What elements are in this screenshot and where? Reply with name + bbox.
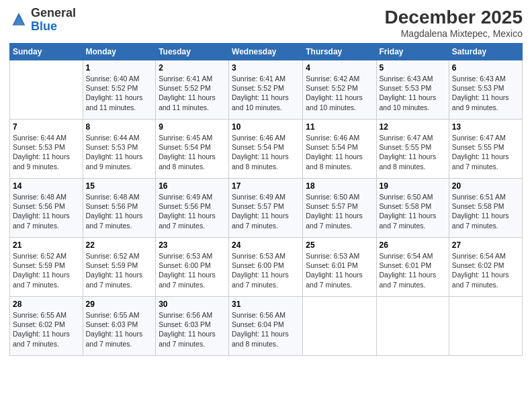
calendar-cell: 4Sunrise: 6:42 AMSunset: 5:52 PMDaylight… — [303, 60, 376, 120]
day-number: 30 — [159, 300, 226, 309]
day-info: Sunrise: 6:50 AMSunset: 5:57 PMDaylight:… — [306, 192, 373, 230]
day-number: 25 — [306, 240, 373, 250]
day-number: 14 — [13, 181, 80, 191]
calendar-cell: 28Sunrise: 6:55 AMSunset: 6:02 PMDayligh… — [10, 297, 83, 356]
day-number: 3 — [232, 63, 300, 73]
day-info: Sunrise: 6:55 AMSunset: 6:03 PMDaylight:… — [86, 310, 153, 349]
day-number: 17 — [232, 181, 300, 191]
day-info: Sunrise: 6:54 AMSunset: 6:02 PMDaylight:… — [452, 251, 519, 289]
calendar-cell: 18Sunrise: 6:50 AMSunset: 5:57 PMDayligh… — [303, 179, 376, 238]
day-info: Sunrise: 6:51 AMSunset: 5:58 PMDaylight:… — [452, 192, 519, 230]
day-number: 12 — [380, 122, 446, 132]
calendar-cell: 5Sunrise: 6:43 AMSunset: 5:53 PMDaylight… — [376, 60, 449, 120]
calendar-cell: 7Sunrise: 6:44 AMSunset: 5:53 PMDaylight… — [10, 120, 83, 179]
day-number: 22 — [86, 240, 153, 250]
weekday-header-tuesday: Tuesday — [156, 44, 229, 60]
calendar-cell: 19Sunrise: 6:50 AMSunset: 5:58 PMDayligh… — [376, 179, 449, 238]
day-number: 18 — [306, 181, 373, 191]
day-number: 6 — [452, 63, 519, 73]
day-info: Sunrise: 6:42 AMSunset: 5:52 PMDaylight:… — [306, 74, 373, 112]
day-number: 15 — [86, 181, 153, 191]
calendar-cell: 3Sunrise: 6:41 AMSunset: 5:52 PMDaylight… — [229, 60, 303, 120]
day-number: 16 — [159, 181, 226, 191]
day-number: 31 — [232, 300, 300, 309]
day-number: 26 — [380, 240, 446, 250]
weekday-header-saturday: Saturday — [449, 44, 522, 60]
day-info: Sunrise: 6:43 AMSunset: 5:53 PMDaylight:… — [380, 74, 446, 112]
calendar-cell: 23Sunrise: 6:53 AMSunset: 6:00 PMDayligh… — [156, 238, 229, 297]
day-info: Sunrise: 6:56 AMSunset: 6:04 PMDaylight:… — [232, 310, 300, 349]
calendar-cell: 15Sunrise: 6:48 AMSunset: 5:56 PMDayligh… — [83, 179, 156, 238]
day-info: Sunrise: 6:48 AMSunset: 5:56 PMDaylight:… — [13, 192, 80, 230]
calendar-cell: 30Sunrise: 6:56 AMSunset: 6:03 PMDayligh… — [156, 297, 229, 356]
day-info: Sunrise: 6:52 AMSunset: 5:59 PMDaylight:… — [86, 251, 153, 289]
calendar-cell: 14Sunrise: 6:48 AMSunset: 5:56 PMDayligh… — [10, 179, 83, 238]
logo-general: General — [31, 6, 76, 19]
day-info: Sunrise: 6:47 AMSunset: 5:55 PMDaylight:… — [452, 133, 519, 171]
calendar-cell: 26Sunrise: 6:54 AMSunset: 6:01 PMDayligh… — [376, 238, 449, 297]
day-number: 10 — [232, 122, 300, 132]
day-number: 21 — [13, 240, 80, 250]
calendar-cell: 9Sunrise: 6:45 AMSunset: 5:54 PMDaylight… — [156, 120, 229, 179]
weekday-header-monday: Monday — [83, 44, 156, 60]
day-info: Sunrise: 6:48 AMSunset: 5:56 PMDaylight:… — [86, 192, 153, 230]
day-info: Sunrise: 6:46 AMSunset: 5:54 PMDaylight:… — [232, 133, 300, 171]
calendar-cell: 6Sunrise: 6:43 AMSunset: 5:53 PMDaylight… — [449, 60, 522, 120]
calendar-cell — [449, 297, 522, 356]
calendar-cell: 21Sunrise: 6:52 AMSunset: 5:59 PMDayligh… — [10, 238, 83, 297]
day-info: Sunrise: 6:52 AMSunset: 5:59 PMDaylight:… — [13, 251, 80, 289]
day-info: Sunrise: 6:44 AMSunset: 5:53 PMDaylight:… — [86, 133, 153, 171]
day-number: 29 — [86, 300, 153, 309]
logo: General Blue — [9, 7, 76, 34]
calendar-cell: 25Sunrise: 6:53 AMSunset: 6:01 PMDayligh… — [303, 238, 376, 297]
day-number: 9 — [159, 122, 226, 132]
day-number: 13 — [452, 122, 519, 132]
day-info: Sunrise: 6:53 AMSunset: 6:01 PMDaylight:… — [306, 251, 373, 289]
logo-blue: Blue — [31, 19, 57, 33]
day-number: 4 — [306, 63, 373, 73]
day-info: Sunrise: 6:53 AMSunset: 6:00 PMDaylight:… — [232, 251, 300, 289]
calendar-cell: 8Sunrise: 6:44 AMSunset: 5:53 PMDaylight… — [83, 120, 156, 179]
weekday-header-row: SundayMondayTuesdayWednesdayThursdayFrid… — [10, 44, 523, 60]
day-info: Sunrise: 6:49 AMSunset: 5:57 PMDaylight:… — [232, 192, 300, 230]
day-info: Sunrise: 6:41 AMSunset: 5:52 PMDaylight:… — [159, 74, 226, 112]
day-number: 8 — [86, 122, 153, 132]
calendar-cell — [376, 297, 449, 356]
day-info: Sunrise: 6:55 AMSunset: 6:02 PMDaylight:… — [13, 310, 80, 349]
title-block: December 2025 Magdalena Mixtepec, Mexico — [385, 7, 523, 39]
calendar-week-row: 7Sunrise: 6:44 AMSunset: 5:53 PMDaylight… — [10, 120, 523, 179]
calendar-table: SundayMondayTuesdayWednesdayThursdayFrid… — [9, 43, 523, 356]
day-info: Sunrise: 6:47 AMSunset: 5:55 PMDaylight:… — [380, 133, 446, 171]
day-number: 24 — [232, 240, 300, 250]
calendar-cell: 24Sunrise: 6:53 AMSunset: 6:00 PMDayligh… — [229, 238, 303, 297]
day-info: Sunrise: 6:43 AMSunset: 5:53 PMDaylight:… — [452, 74, 519, 112]
calendar-cell: 16Sunrise: 6:49 AMSunset: 5:56 PMDayligh… — [156, 179, 229, 238]
page-container: General Blue December 2025 Magdalena Mix… — [0, 0, 532, 363]
day-info: Sunrise: 6:45 AMSunset: 5:54 PMDaylight:… — [159, 133, 226, 171]
calendar-cell: 2Sunrise: 6:41 AMSunset: 5:52 PMDaylight… — [156, 60, 229, 120]
calendar-cell: 10Sunrise: 6:46 AMSunset: 5:54 PMDayligh… — [229, 120, 303, 179]
calendar-week-row: 21Sunrise: 6:52 AMSunset: 5:59 PMDayligh… — [10, 238, 523, 297]
month-title: December 2025 — [385, 7, 523, 28]
day-number: 5 — [380, 63, 446, 73]
calendar-cell — [10, 60, 83, 120]
calendar-cell: 27Sunrise: 6:54 AMSunset: 6:02 PMDayligh… — [449, 238, 522, 297]
calendar-cell: 12Sunrise: 6:47 AMSunset: 5:55 PMDayligh… — [376, 120, 449, 179]
calendar-cell: 20Sunrise: 6:51 AMSunset: 5:58 PMDayligh… — [449, 179, 522, 238]
day-number: 28 — [13, 300, 80, 309]
calendar-week-row: 28Sunrise: 6:55 AMSunset: 6:02 PMDayligh… — [10, 297, 523, 356]
day-info: Sunrise: 6:46 AMSunset: 5:54 PMDaylight:… — [306, 133, 373, 171]
day-info: Sunrise: 6:41 AMSunset: 5:52 PMDaylight:… — [232, 74, 300, 112]
weekday-header-friday: Friday — [376, 44, 449, 60]
calendar-cell — [303, 297, 376, 356]
day-number: 7 — [13, 122, 80, 132]
logo-icon — [9, 11, 28, 30]
day-number: 20 — [452, 181, 519, 191]
day-info: Sunrise: 6:40 AMSunset: 5:52 PMDaylight:… — [86, 74, 153, 112]
day-number: 19 — [380, 181, 446, 191]
day-number: 1 — [86, 63, 153, 73]
calendar-cell: 1Sunrise: 6:40 AMSunset: 5:52 PMDaylight… — [83, 60, 156, 120]
calendar-cell: 17Sunrise: 6:49 AMSunset: 5:57 PMDayligh… — [229, 179, 303, 238]
location: Magdalena Mixtepec, Mexico — [385, 28, 523, 39]
calendar-week-row: 14Sunrise: 6:48 AMSunset: 5:56 PMDayligh… — [10, 179, 523, 238]
